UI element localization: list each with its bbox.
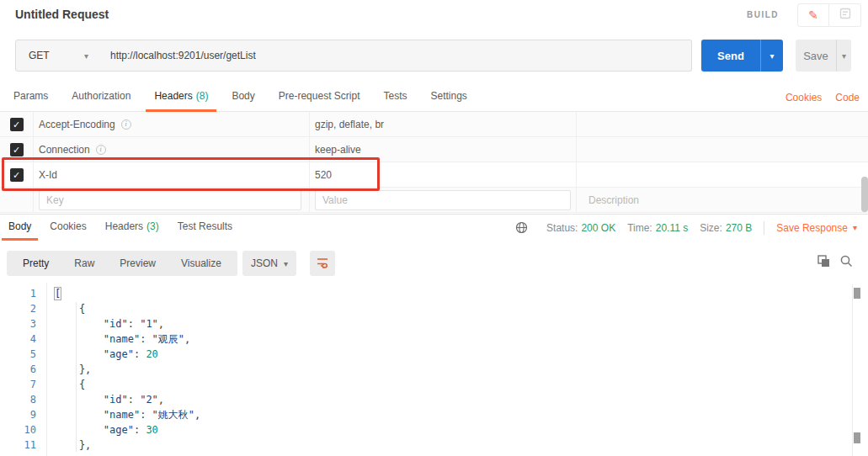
tab-pre-request-script[interactable]: Pre-request Script — [270, 82, 369, 112]
new-description-input[interactable] — [582, 190, 851, 210]
row-checkbox[interactable]: ✓ — [10, 118, 24, 131]
checkbox-cell: ✓ — [0, 137, 34, 162]
token: 30 — [146, 424, 157, 436]
tab-headers[interactable]: Headers(8) — [146, 82, 216, 112]
comments-button[interactable] — [829, 3, 861, 27]
code-scrollbar-thumb[interactable] — [854, 288, 860, 299]
url-input[interactable] — [99, 40, 692, 72]
wrap-text-icon — [316, 255, 329, 272]
token: : — [134, 424, 146, 436]
tab-count: (3) — [146, 220, 159, 232]
tab-tests[interactable]: Tests — [375, 82, 415, 112]
code-scrollbar-track — [852, 284, 853, 456]
wrap-text-button[interactable] — [310, 251, 335, 276]
line-text: [ — [55, 286, 61, 301]
method-select[interactable]: GET ▾ — [15, 40, 99, 72]
mode-pretty[interactable]: Pretty — [10, 257, 61, 269]
line-text: { — [55, 301, 85, 316]
response-tab-cookies[interactable]: Cookies — [43, 215, 93, 241]
time-badge: Time: 20.11 s — [627, 222, 688, 234]
chevron-down-icon: ▾ — [842, 51, 846, 61]
chevron-down-icon: ▾ — [84, 51, 88, 61]
header-key-cell[interactable]: Accept-Encodingi — [34, 112, 310, 136]
token: "age" — [104, 348, 134, 360]
line-number: 8 — [0, 392, 36, 407]
tab-params[interactable]: Params — [5, 82, 56, 112]
method-value: GET — [29, 50, 50, 61]
send-options-button[interactable]: ▾ — [760, 40, 783, 72]
line-number: 11 — [0, 437, 36, 453]
new-key-input[interactable] — [39, 190, 301, 210]
info-icon: i — [121, 119, 131, 130]
line-text: "age": 20 — [55, 347, 158, 362]
table-scrollbar-thumb[interactable] — [861, 177, 868, 212]
tab-settings[interactable]: Settings — [423, 82, 476, 112]
link-code[interactable]: Code — [835, 92, 860, 103]
header-value-cell[interactable]: gzip, deflate, br — [310, 112, 577, 136]
code-line: 9 "name": "姚大秋", — [0, 407, 200, 422]
mode-raw[interactable]: Raw — [61, 257, 107, 269]
chevron-down-icon: ▾ — [769, 51, 774, 61]
header-key-cell[interactable]: X-Id — [34, 162, 310, 187]
save-button[interactable]: Save ▾ — [796, 40, 851, 72]
tab-label: Headers — [105, 220, 143, 232]
header-description-cell — [577, 188, 868, 212]
token: : — [134, 348, 146, 360]
link-cookies[interactable]: Cookies — [785, 92, 822, 103]
tab-body[interactable]: Body — [223, 82, 263, 112]
token: : — [140, 333, 152, 345]
header-value: keep-alive — [315, 144, 361, 156]
header-key-cell[interactable]: Connectioni — [34, 137, 310, 162]
line-number: 3 — [0, 316, 36, 331]
token: "id" — [104, 394, 128, 406]
tab-label: Authorization — [72, 90, 130, 102]
header-description-cell[interactable] — [577, 112, 868, 136]
header-value-cell[interactable]: keep-alive — [310, 137, 577, 162]
token: , — [158, 394, 164, 406]
copy-response-button[interactable] — [817, 254, 831, 272]
search-response-button[interactable] — [839, 254, 854, 272]
save-options-button[interactable]: ▾ — [836, 40, 851, 72]
tab-authorization[interactable]: Authorization — [63, 82, 139, 112]
token: [ — [55, 288, 61, 300]
comment-icon — [839, 7, 852, 24]
token: }, — [55, 439, 91, 451]
mode-preview[interactable]: Preview — [107, 257, 168, 269]
token: { — [55, 303, 85, 315]
token — [55, 333, 104, 345]
new-value-input[interactable] — [315, 190, 571, 210]
response-tabs: BodyCookiesHeaders(3)Test Results — [2, 215, 244, 241]
header-description-cell[interactable] — [577, 137, 868, 162]
token — [55, 394, 104, 406]
line-number: 6 — [0, 362, 36, 377]
line-number: 10 — [0, 422, 36, 437]
header-description-cell[interactable] — [577, 162, 868, 187]
header-row-new — [0, 188, 868, 213]
chevron-down-icon: ▾ — [853, 223, 857, 232]
line-number: 7 — [0, 377, 36, 392]
tab-label: Settings — [431, 90, 467, 102]
row-checkbox[interactable]: ✓ — [10, 168, 24, 182]
token: "1" — [140, 318, 158, 330]
mode-visualize[interactable]: Visualize — [168, 257, 234, 269]
tab-label: Body — [232, 90, 254, 102]
header-key: Connection — [39, 144, 90, 156]
tab-label: Params — [13, 90, 48, 102]
line-number: 2 — [0, 301, 36, 316]
format-select[interactable]: JSON ▾ — [242, 251, 296, 276]
response-tab-headers[interactable]: Headers(3) — [99, 215, 166, 241]
token — [55, 348, 104, 360]
network-globe-icon[interactable] — [515, 221, 528, 234]
row-checkbox[interactable]: ✓ — [10, 143, 24, 156]
send-button[interactable]: Send ▾ — [701, 40, 783, 72]
response-tab-body[interactable]: Body — [2, 215, 38, 241]
tab-label: Pre-request Script — [279, 90, 360, 102]
save-response-button[interactable]: Save Response ▾ — [776, 222, 857, 234]
save-label: Save — [796, 40, 836, 72]
header-value-cell[interactable]: 520 — [310, 162, 577, 187]
response-tab-test-results[interactable]: Test Results — [171, 215, 239, 241]
edit-request-button[interactable]: ✎ — [797, 3, 829, 27]
line-text: }, — [55, 362, 91, 377]
view-mode-switch: PrettyRawPreviewVisualize — [7, 251, 237, 276]
copy-icon — [817, 257, 831, 271]
